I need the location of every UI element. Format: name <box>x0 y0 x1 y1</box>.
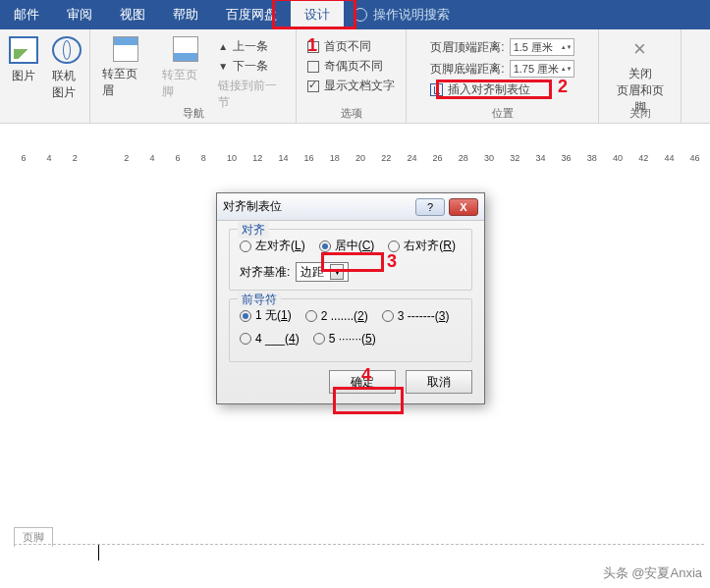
leader-4-radio[interactable]: 4 ___(4) <box>240 332 300 346</box>
header-icon <box>113 36 138 62</box>
insert-picture-label: 图片 <box>12 68 35 84</box>
group-label-position: 位置 <box>492 104 514 121</box>
ruler-tick: 42 <box>638 153 648 163</box>
footer-boundary-line <box>14 544 704 545</box>
ruler-tick: 44 <box>664 153 674 163</box>
insert-picture-button[interactable]: 图片 <box>5 34 42 86</box>
leader-3-radio[interactable]: 3 -------(3) <box>382 309 450 323</box>
ruler-tick: 14 <box>278 153 288 163</box>
ruler-tick: 6 <box>176 153 181 163</box>
search-placeholder: 操作说明搜索 <box>373 6 450 24</box>
group-label-options: 选项 <box>341 104 362 121</box>
ruler-tick: 26 <box>433 153 443 163</box>
globe-icon <box>52 36 82 64</box>
ruler-tick: 16 <box>304 153 314 163</box>
alignment-fieldset: 对齐 左对齐(L) 居中(C) 右对齐(R) 对齐基准: 边距 ▼ <box>229 229 472 291</box>
goto-header-button[interactable]: 转至页眉 <box>98 34 152 101</box>
checkbox-icon <box>307 61 319 73</box>
ruler-tick: 22 <box>381 153 391 163</box>
header-distance-input[interactable]: 1.5 厘米▲▼ <box>510 38 574 56</box>
radio-checked-icon <box>240 310 251 322</box>
ruler-tick: 4 <box>47 153 52 163</box>
ruler-tick: 8 <box>201 153 206 163</box>
ruler-tick: 2 <box>73 153 78 163</box>
arrow-down-icon: ▼ <box>218 61 228 72</box>
leader-fieldset: 前导符 1 无(1) 2 .......(2) 3 -------(3) 4 _… <box>229 298 472 362</box>
dialog-title: 对齐制表位 <box>223 198 282 215</box>
header-distance-row: 页眉顶端距离: 1.5 厘米▲▼ <box>430 38 573 56</box>
basis-row: 对齐基准: 边距 ▼ <box>240 262 462 282</box>
leader-1-radio[interactable]: 1 无(1) <box>240 307 292 324</box>
tab-stop-icon <box>430 83 443 96</box>
ruler-tick: 24 <box>407 153 416 163</box>
bulb-icon <box>354 8 367 22</box>
horizontal-ruler[interactable]: 8642246810121416182022242628303234363840… <box>0 151 710 169</box>
alignment-tab-dialog: 对齐制表位 ? X 对齐 左对齐(L) 居中(C) 右对齐(R) 对齐基准: 边… <box>216 192 485 404</box>
odd-even-diff-checkbox[interactable]: 奇偶页不同 <box>307 58 395 75</box>
basis-label: 对齐基准: <box>240 264 290 281</box>
align-right-radio[interactable]: 右对齐(R) <box>388 238 456 254</box>
ruler-tick: 2 <box>124 153 129 163</box>
radio-icon <box>240 333 251 345</box>
ribbon: 图片 联机图片 转至页眉 转至页脚 ▲上一条 ▼下一条 链接到前一节 <box>0 29 710 124</box>
show-doc-text-checkbox[interactable]: 显示文档文字 <box>307 78 395 94</box>
tab-help[interactable]: 帮助 <box>159 0 212 29</box>
radio-icon <box>388 241 400 252</box>
spinner-icon[interactable]: ▲▼ <box>561 44 571 50</box>
leader-5-radio[interactable]: 5 ·······(5) <box>313 332 376 346</box>
radio-checked-icon <box>319 241 331 252</box>
alignment-legend: 对齐 <box>238 222 269 239</box>
footer-icon <box>173 36 198 62</box>
group-label-nav: 导航 <box>183 104 204 121</box>
link-previous-button: 链接到前一节 <box>218 78 288 111</box>
watermark: 头条 @安夏Anxia <box>603 564 702 582</box>
align-left-radio[interactable]: 左对齐(L) <box>240 238 305 254</box>
ruler-tick: 12 <box>252 153 262 163</box>
ruler-tick: 46 <box>690 153 700 163</box>
tab-view[interactable]: 视图 <box>106 0 159 29</box>
ok-button[interactable]: 确定 <box>329 370 396 394</box>
text-cursor <box>98 545 99 561</box>
ruler-tick: 38 <box>587 153 597 163</box>
ruler-tick: 4 <box>149 153 154 163</box>
insert-online-picture-button[interactable]: 联机图片 <box>48 34 85 103</box>
leader-2-radio[interactable]: 2 .......(2) <box>305 309 368 323</box>
goto-footer-button: 转至页脚 <box>158 34 212 102</box>
ruler-tick: 28 <box>459 153 468 163</box>
dialog-close-button[interactable]: X <box>449 198 478 216</box>
footer-distance-row: 页脚底端距离: 1.75 厘米▲▼ <box>430 60 573 78</box>
goto-footer-label: 转至页脚 <box>162 67 208 100</box>
tab-mail[interactable]: 邮件 <box>0 0 53 29</box>
first-page-diff-checkbox[interactable]: 首页不同 <box>307 38 395 55</box>
group-label-insert <box>43 107 46 121</box>
checkbox-checked-icon <box>307 80 319 92</box>
ruler-tick: 32 <box>510 153 519 163</box>
cancel-button[interactable]: 取消 <box>406 370 472 394</box>
radio-icon <box>240 241 251 252</box>
prev-section-button[interactable]: ▲上一条 <box>218 38 288 55</box>
next-section-button[interactable]: ▼下一条 <box>218 58 288 75</box>
menu-tabbar: 邮件 审阅 视图 帮助 百度网盘 设计 操作说明搜索 <box>0 0 710 29</box>
align-center-radio[interactable]: 居中(C) <box>319 238 375 254</box>
close-icon: × <box>628 36 653 62</box>
chevron-down-icon: ▼ <box>330 264 344 280</box>
tab-baidu[interactable]: 百度网盘 <box>212 0 291 29</box>
arrow-up-icon: ▲ <box>218 41 228 52</box>
group-label-close: 关闭 <box>629 104 651 121</box>
help-button[interactable]: ? <box>415 198 445 216</box>
dialog-titlebar[interactable]: 对齐制表位 ? X <box>217 193 484 221</box>
ruler-tick: 10 <box>227 153 237 163</box>
ruler-area: 8642246810121416182022242628303234363840… <box>0 124 710 169</box>
ruler-tick: 6 <box>21 153 26 163</box>
tab-design[interactable]: 设计 <box>291 0 344 29</box>
insert-alignment-tab-button[interactable]: 插入对齐制表位 <box>430 81 573 98</box>
spinner-icon[interactable]: ▲▼ <box>561 66 571 72</box>
basis-select[interactable]: 边距 ▼ <box>296 262 349 282</box>
picture-icon <box>9 36 38 64</box>
footer-distance-input[interactable]: 1.75 厘米▲▼ <box>510 60 574 78</box>
leader-legend: 前导符 <box>238 292 281 308</box>
tab-review[interactable]: 审阅 <box>53 0 106 29</box>
tell-me-search[interactable]: 操作说明搜索 <box>344 0 460 29</box>
radio-icon <box>382 310 394 322</box>
ruler-tick: 36 <box>562 153 572 163</box>
